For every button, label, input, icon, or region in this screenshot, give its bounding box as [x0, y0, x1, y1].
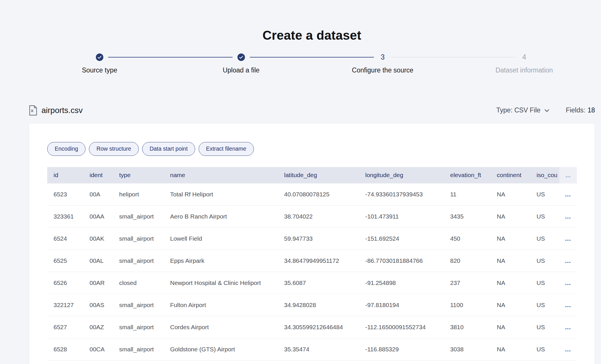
column-header-longitude-deg: longitude_deg — [359, 167, 444, 183]
source-config-card: Encoding Row structure Data start point … — [29, 123, 595, 364]
row-overflow-ellipsis[interactable]: ... — [559, 272, 577, 294]
csv-file-icon: x — [29, 105, 37, 116]
table-cell: Goldstone (GTS) Airport — [164, 338, 278, 360]
table-cell: US — [530, 206, 559, 227]
file-header-row: x airports.csv Type: CSV File Fields: 18 — [29, 103, 595, 118]
table-row: 652800CAsmall_airportGoldstone (GTS) Air… — [47, 338, 577, 361]
table-row: 652400AKsmall_airportLowell Field59.9477… — [47, 228, 577, 250]
table-cell: 6528 — [47, 338, 83, 360]
step-configure-the-source[interactable]: 3 Configure the source — [312, 53, 454, 74]
column-header-continent: continent — [490, 167, 530, 183]
file-type-label: Type: CSV File — [496, 106, 540, 114]
page-title: Create a dataset — [29, 28, 595, 43]
table-cell: -112.16500091552734 — [359, 316, 444, 338]
row-overflow-ellipsis[interactable]: ... — [559, 206, 577, 227]
column-header-ident: ident — [83, 167, 113, 183]
table-cell: NA — [490, 183, 530, 205]
step-dataset-information: 4 Dataset information — [453, 53, 595, 74]
table-cell: 35.6087 — [278, 272, 359, 294]
fields-value: 18 — [587, 106, 595, 114]
table-cell: 34.305599212646484 — [278, 316, 359, 338]
table-cell: US — [530, 183, 559, 205]
data-preview-table: id ident type name latitude_deg longitud… — [47, 167, 577, 361]
table-cell: 322127 — [47, 294, 83, 316]
row-structure-button[interactable]: Row structure — [89, 142, 138, 156]
table-cell: 323361 — [47, 206, 83, 227]
table-cell: NA — [490, 294, 530, 316]
step-source-type[interactable]: Source type — [29, 53, 170, 74]
chevron-down-icon — [545, 109, 549, 112]
table-cell: Aero B Ranch Airport — [164, 206, 278, 227]
table-cell: NA — [490, 250, 530, 272]
table-cell: NA — [490, 228, 530, 250]
check-circle-icon — [96, 53, 103, 61]
table-cell: 6526 — [47, 272, 83, 294]
table-cell: 00A — [83, 183, 113, 205]
table-cell: US — [530, 250, 559, 272]
row-overflow-ellipsis[interactable]: ... — [559, 250, 577, 272]
table-cell: 34.86479949951172 — [278, 250, 359, 272]
table-cell: 00AZ — [83, 316, 113, 338]
table-cell: -116.885329 — [359, 338, 444, 360]
row-overflow-ellipsis[interactable]: ... — [559, 294, 577, 316]
step-upload-a-file[interactable]: Upload a file — [170, 53, 312, 74]
row-overflow-ellipsis[interactable]: ... — [559, 316, 577, 338]
table-cell: 11 — [444, 183, 490, 205]
step-label: Source type — [29, 66, 170, 74]
data-start-point-button[interactable]: Data start point — [142, 142, 195, 156]
table-cell: 00AS — [83, 294, 113, 316]
step-number: 3 — [378, 53, 387, 61]
table-cell: 3038 — [444, 338, 490, 360]
table-cell: US — [530, 228, 559, 250]
file-name: airports.csv — [41, 106, 83, 115]
column-header-id: id — [47, 167, 83, 183]
table-row: 32336100AAsmall_airportAero B Ranch Airp… — [47, 206, 577, 228]
table-cell: 00AA — [83, 206, 113, 227]
config-toolbar: Encoding Row structure Data start point … — [47, 142, 577, 156]
file-type-select[interactable]: Type: CSV File — [496, 106, 549, 114]
table-cell: 3435 — [444, 206, 490, 227]
table-cell: heliport — [113, 183, 164, 205]
table-header-row: id ident type name latitude_deg longitud… — [47, 167, 577, 183]
header-overflow-ellipsis[interactable]: ... — [559, 167, 577, 183]
encoding-button[interactable]: Encoding — [47, 142, 85, 156]
table-cell: 6525 — [47, 250, 83, 272]
step-label: Dataset information — [453, 66, 595, 74]
table-cell: -91.254898 — [359, 272, 444, 294]
table-cell: NA — [490, 338, 530, 360]
table-cell: 6527 — [47, 316, 83, 338]
table-cell: closed — [113, 272, 164, 294]
table-cell: 1100 — [444, 294, 490, 316]
table-cell: Total Rf Heliport — [164, 183, 278, 205]
table-cell: 450 — [444, 228, 490, 250]
file-meta: Type: CSV File Fields: 18 — [496, 106, 595, 114]
table-cell: 59.947733 — [278, 228, 359, 250]
table-body: 652300AheliportTotal Rf Heliport40.07080… — [47, 183, 577, 361]
table-cell: US — [530, 294, 559, 316]
row-overflow-ellipsis[interactable]: ... — [559, 183, 577, 205]
table-cell: NA — [490, 272, 530, 294]
table-cell: 00CA — [83, 338, 113, 360]
table-cell: US — [530, 338, 559, 360]
row-overflow-ellipsis[interactable]: ... — [559, 228, 577, 250]
column-header-latitude-deg: latitude_deg — [278, 167, 359, 183]
create-dataset-page: Create a dataset Source type Upload a fi… — [29, 0, 595, 364]
table-cell: US — [530, 272, 559, 294]
table-cell: Fulton Airport — [164, 294, 278, 316]
table-cell: -97.8180194 — [359, 294, 444, 316]
table-cell: small_airport — [113, 316, 164, 338]
table-cell: small_airport — [113, 206, 164, 227]
table-cell: Cordes Airport — [164, 316, 278, 338]
table-row: 652300AheliportTotal Rf Heliport40.07080… — [47, 183, 577, 206]
row-overflow-ellipsis[interactable]: ... — [559, 338, 577, 360]
table-row: 652600ARclosedNewport Hospital & Clinic … — [47, 272, 577, 294]
fields-label: Fields: — [566, 106, 585, 114]
extract-filename-button[interactable]: Extract filename — [199, 142, 254, 156]
table-cell: -86.77030181884766 — [359, 250, 444, 272]
check-circle-icon — [237, 53, 245, 61]
column-header-elevation-ft: elevation_ft — [444, 167, 490, 183]
fields-count: Fields: 18 — [566, 106, 595, 114]
table-cell: NA — [490, 316, 530, 338]
file-info: x airports.csv — [29, 105, 83, 116]
table-cell: -151.692524 — [359, 228, 444, 250]
